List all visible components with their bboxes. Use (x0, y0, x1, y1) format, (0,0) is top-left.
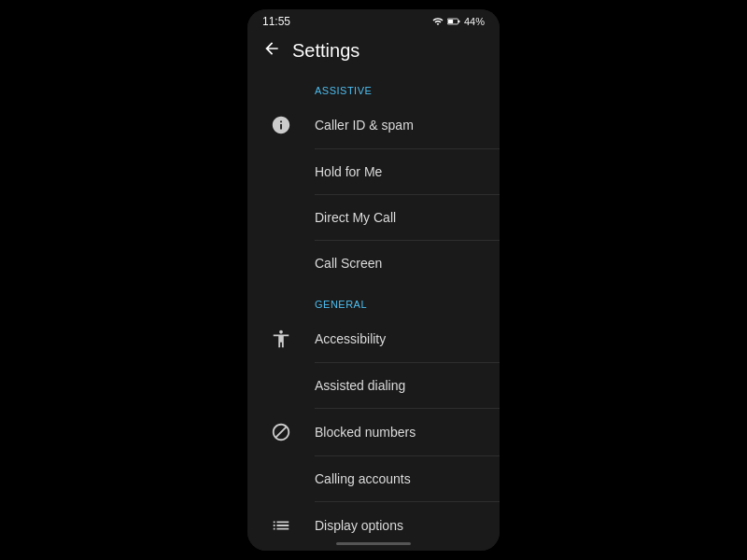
svg-rect-1 (448, 20, 453, 23)
hold-for-me-label: Hold for Me (315, 164, 382, 179)
blocked-numbers-label: Blocked numbers (315, 425, 416, 440)
display-options-label: Display options (315, 518, 403, 533)
status-time: 11:55 (262, 15, 290, 28)
signal-icon (432, 16, 444, 27)
back-button[interactable] (262, 39, 281, 63)
menu-item-accessibility[interactable]: Accessibility (247, 315, 500, 362)
page-title: Settings (292, 40, 359, 62)
status-icons: 44% (432, 16, 485, 27)
assisted-dialing-label: Assisted dialing (315, 378, 405, 393)
menu-item-display-options[interactable]: Display options (247, 502, 500, 536)
section-assistive-header: ASSISTIVE (247, 72, 500, 102)
menu-item-direct-my-call[interactable]: Direct My Call (247, 195, 500, 240)
caller-id-spam-label: Caller ID & spam (315, 118, 414, 133)
menu-item-call-screen[interactable]: Call Screen (247, 241, 500, 286)
menu-item-caller-id-spam[interactable]: Caller ID & spam (247, 102, 500, 148)
blocked-icon (262, 422, 300, 442)
home-indicator (336, 542, 411, 545)
status-bar: 11:55 44% (247, 9, 500, 32)
accessibility-label: Accessibility (315, 331, 386, 346)
menu-item-assisted-dialing[interactable]: Assisted dialing (247, 363, 500, 408)
section-general-header: GENERAL (247, 286, 500, 315)
direct-my-call-label: Direct My Call (315, 210, 396, 225)
list-icon (262, 515, 300, 536)
app-header: Settings (247, 32, 500, 72)
call-screen-label: Call Screen (315, 256, 382, 271)
menu-item-blocked-numbers[interactable]: Blocked numbers (247, 409, 500, 455)
menu-item-calling-accounts[interactable]: Calling accounts (247, 456, 500, 501)
battery-percentage: 44% (464, 16, 485, 27)
info-icon (262, 115, 300, 135)
settings-content: ASSISTIVE Caller ID & spam Hold for Me D… (247, 72, 500, 536)
calling-accounts-label: Calling accounts (315, 471, 411, 486)
accessibility-icon (262, 329, 300, 349)
menu-item-hold-for-me[interactable]: Hold for Me (247, 149, 500, 194)
phone-container: 11:55 44% Settings ASSISTIVE (247, 9, 500, 551)
bottom-bar (247, 536, 500, 551)
battery-icon (447, 16, 460, 27)
svg-rect-2 (458, 21, 460, 22)
